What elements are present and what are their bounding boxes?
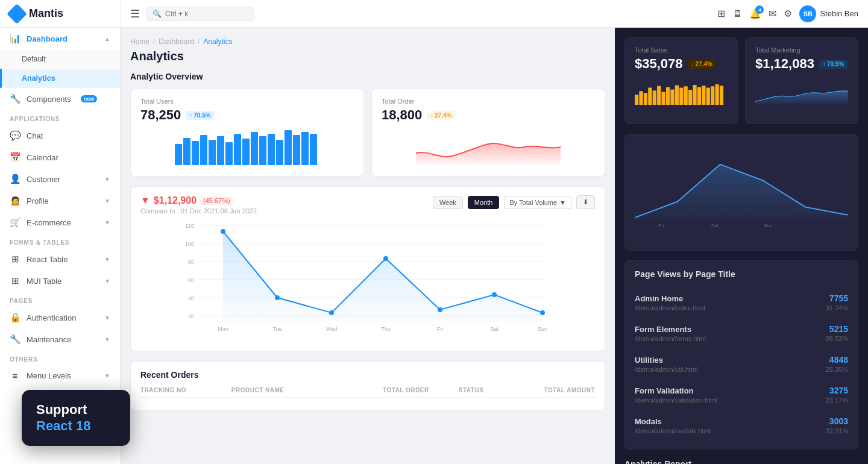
users-bar-chart bbox=[140, 129, 354, 165]
search-input[interactable] bbox=[165, 10, 248, 18]
sidebar-item-maintenance[interactable]: 🔧 Maintenance ▼ bbox=[0, 328, 120, 350]
dark-income-card: Fri Sat Sun bbox=[624, 134, 858, 251]
grid-icon[interactable]: ⊞ bbox=[717, 8, 725, 19]
svg-rect-58 bbox=[702, 86, 705, 105]
stat-label-orders: Total Order bbox=[382, 98, 595, 105]
content-left: Home / Dashboard / Analytics Analytics A… bbox=[121, 28, 615, 464]
dark-stat-label-marketing: Total Marketing bbox=[755, 46, 848, 54]
menu-toggle-icon[interactable]: ☰ bbox=[130, 7, 140, 20]
volume-select[interactable]: By Total Volume ▼ bbox=[504, 196, 571, 209]
svg-rect-16 bbox=[310, 134, 317, 165]
income-compare: Compare to : 01 Dec 2021-08 Jan 2022 bbox=[140, 207, 257, 215]
page-view-name-0: Admin Home bbox=[635, 294, 705, 303]
svg-text:60: 60 bbox=[188, 277, 194, 283]
topbar: ☰ 🔍 ⊞ 🖥 🔔 4 ✉ ⚙ SB Stebin Ben bbox=[121, 0, 868, 28]
sidebar-item-analytics[interactable]: Analytics bbox=[0, 69, 120, 88]
sidebar-item-label: Customer bbox=[27, 175, 60, 184]
stat-value-users: 78,250 bbox=[140, 107, 181, 123]
ecommerce-icon: 🛒 bbox=[10, 217, 20, 228]
main-content: ☰ 🔍 ⊞ 🖥 🔔 4 ✉ ⚙ SB Stebin Ben bbox=[121, 0, 868, 464]
col-status: STATUS bbox=[459, 387, 520, 393]
settings-icon[interactable]: ⚙ bbox=[784, 8, 792, 19]
sidebar-item-label: Components bbox=[27, 95, 71, 104]
page-view-url-4: /demo/admin/modals.html bbox=[635, 427, 711, 434]
sidebar-item-label: Maintenance bbox=[27, 335, 71, 344]
stat-value-orders: 18,800 bbox=[382, 107, 422, 123]
sidebar-item-mui-table[interactable]: ⊞ MUI Table ▼ bbox=[0, 270, 120, 292]
svg-text:20: 20 bbox=[188, 313, 194, 319]
stat-label-users: Total Users bbox=[140, 98, 354, 105]
sidebar-item-dashboard[interactable]: 📊 Dashboard ▲ bbox=[0, 28, 120, 49]
svg-rect-45 bbox=[644, 93, 647, 105]
chevron-down-icon: ▼ bbox=[104, 256, 110, 263]
svg-rect-15 bbox=[301, 132, 309, 165]
sidebar-item-components[interactable]: 🔧 Components new bbox=[0, 88, 120, 110]
svg-rect-60 bbox=[711, 86, 714, 105]
svg-text:Sun: Sun bbox=[538, 326, 547, 332]
stat-card-orders: Total Order 18,800 ↓ 27.4% bbox=[371, 89, 605, 177]
notification-icon[interactable]: 🔔 4 bbox=[749, 8, 761, 19]
sidebar-logo: Mantis bbox=[0, 0, 120, 28]
sidebar-item-authentication[interactable]: 🔒 Authentication ▼ bbox=[0, 307, 120, 328]
svg-rect-11 bbox=[268, 134, 275, 165]
page-view-count-1: 5215 bbox=[826, 324, 848, 334]
sidebar-item-default[interactable]: Default bbox=[0, 49, 120, 69]
menu-levels-icon: ≡ bbox=[10, 371, 20, 381]
sidebar-item-ecommerce[interactable]: 🛒 E-commerce ▼ bbox=[0, 212, 120, 233]
sidebar-item-chat[interactable]: 💬 Chat bbox=[0, 125, 120, 146]
svg-point-37 bbox=[275, 295, 280, 300]
svg-rect-7 bbox=[234, 134, 241, 165]
svg-point-41 bbox=[492, 292, 497, 297]
week-button[interactable]: Week bbox=[433, 196, 463, 209]
dark-stat-badge-sales: ↓ 27.4% bbox=[688, 60, 716, 69]
stat-value-row-orders: 18,800 ↓ 27.4% bbox=[382, 107, 595, 123]
svg-rect-12 bbox=[276, 140, 283, 165]
sidebar-item-customer[interactable]: 👤 Customer ▼ bbox=[0, 168, 120, 190]
dark-line-chart: Fri Sat Sun bbox=[635, 143, 848, 239]
svg-rect-8 bbox=[242, 139, 250, 165]
download-button[interactable]: ⬇ bbox=[576, 195, 595, 209]
logo-icon bbox=[7, 4, 27, 24]
search-icon: 🔍 bbox=[153, 10, 162, 18]
svg-text:Sat: Sat bbox=[490, 326, 498, 332]
support-popup-line2: React 18 bbox=[36, 418, 116, 434]
svg-rect-43 bbox=[635, 95, 638, 105]
search-box[interactable]: 🔍 bbox=[146, 7, 254, 21]
svg-rect-0 bbox=[175, 144, 182, 165]
svg-point-42 bbox=[540, 310, 545, 315]
month-button[interactable]: Month bbox=[468, 196, 500, 209]
sidebar-item-profile[interactable]: 🙍 Profile ▼ bbox=[0, 190, 120, 212]
breadcrumb-dashboard[interactable]: Dashboard bbox=[159, 37, 194, 46]
page-view-url-1: /demo/admin/forms.html bbox=[635, 335, 706, 342]
svg-rect-14 bbox=[293, 135, 300, 165]
breadcrumb: Home / Dashboard / Analytics bbox=[130, 37, 605, 46]
page-view-url-2: /demo/admin/util.html bbox=[635, 366, 698, 373]
svg-text:Fri: Fri bbox=[437, 326, 444, 332]
sidebar-item-react-table[interactable]: ⊞ React Table ▼ bbox=[0, 248, 120, 270]
mail-icon[interactable]: ✉ bbox=[769, 8, 776, 19]
sidebar-item-label: Menu Levels bbox=[27, 371, 71, 380]
svg-rect-62 bbox=[720, 86, 723, 105]
stat-pct-orders: 27.4% bbox=[435, 112, 451, 119]
svg-rect-53 bbox=[679, 88, 683, 105]
svg-rect-6 bbox=[225, 142, 233, 165]
sales-bar-chart bbox=[635, 77, 728, 113]
sidebar-item-menu-levels[interactable]: ≡ Menu Levels ▼ bbox=[0, 365, 120, 386]
page-view-item-0: Admin Home /demo/admin/index.html 7755 3… bbox=[635, 287, 848, 318]
section-label-forms: Forms & Tables bbox=[0, 233, 120, 248]
page-view-item-3: Form Validation /demo/admin/validation.h… bbox=[635, 380, 848, 410]
dashboard-icon: 📊 bbox=[10, 33, 20, 44]
react-table-icon: ⊞ bbox=[10, 254, 20, 265]
avatar-name: Stebin Ben bbox=[820, 9, 858, 18]
breadcrumb-home[interactable]: Home bbox=[130, 37, 149, 46]
svg-rect-47 bbox=[653, 90, 656, 105]
user-avatar[interactable]: SB Stebin Ben bbox=[799, 5, 858, 22]
chat-icon: 💬 bbox=[10, 130, 20, 141]
income-value-row: ▼ $1,12,900 (45.67%) bbox=[140, 195, 257, 206]
svg-rect-48 bbox=[657, 86, 661, 105]
chevron-down-icon: ▼ bbox=[104, 336, 110, 343]
monitor-icon[interactable]: 🖥 bbox=[732, 8, 742, 19]
breadcrumb-sep: / bbox=[198, 37, 200, 46]
support-react-popup[interactable]: Support React 18 bbox=[22, 390, 130, 446]
sidebar-item-calendar[interactable]: 📅 Calendar bbox=[0, 146, 120, 168]
